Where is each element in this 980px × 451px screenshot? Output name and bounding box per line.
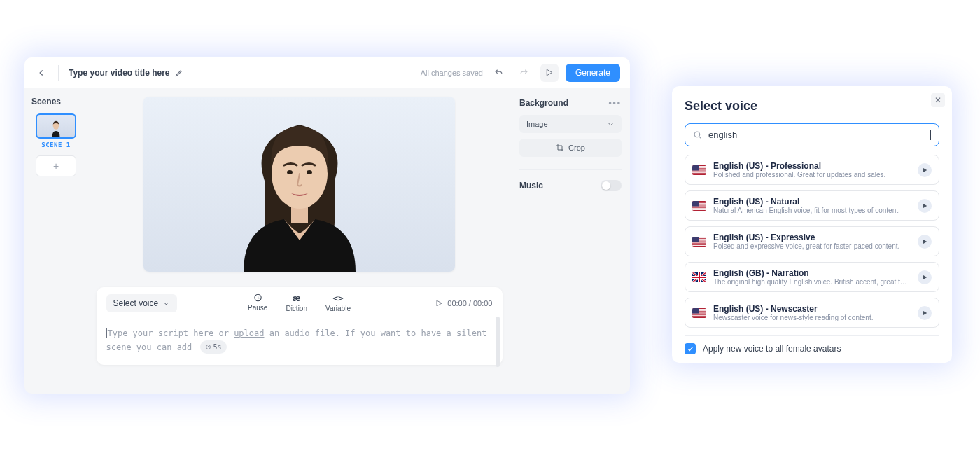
script-panel: Select voice Pause æ Diction: [97, 287, 503, 365]
flag-icon: [692, 165, 706, 175]
code-icon: <>: [332, 293, 344, 303]
diction-tool[interactable]: æ Diction: [286, 293, 307, 312]
pencil-icon[interactable]: [175, 68, 184, 77]
script-textarea[interactable]: Type your script here or upload an audio…: [106, 326, 493, 355]
voice-option[interactable]: English (GB) - NarrationThe original hig…: [685, 262, 939, 292]
video-title-input[interactable]: Type your video title here: [69, 68, 169, 78]
crop-icon: [556, 144, 564, 152]
voice-desc: The original high quality English voice.…: [713, 278, 911, 286]
preview-voice-button[interactable]: [918, 235, 932, 249]
voice-desc: Newscaster voice for news-style reading …: [713, 314, 911, 321]
script-top: Select voice Pause æ Diction: [106, 294, 493, 312]
flag-icon: [692, 272, 706, 282]
voice-option[interactable]: English (US) - NewscasterNewscaster voic…: [685, 298, 939, 328]
voice-name: English (US) - Professional: [713, 161, 911, 171]
topbar-right: All changes saved Generate: [421, 64, 620, 82]
apply-all-label: Apply new voice to all female avatars: [703, 344, 841, 354]
voice-name: English (US) - Natural: [713, 197, 911, 207]
scenes-title: Scenes: [31, 97, 80, 106]
script-playtime: 00:00 / 00:00: [435, 299, 492, 307]
duration-pill: 5s: [200, 340, 227, 354]
background-title: Background: [519, 98, 568, 108]
svg-marker-18: [923, 275, 927, 279]
background-header: Background •••: [519, 98, 622, 108]
voice-name: English (GB) - Narration: [713, 268, 911, 278]
avatar-figure: [202, 97, 398, 272]
clock-icon: [253, 293, 262, 303]
undo-button[interactable]: [490, 64, 508, 82]
voice-info: English (US) - ProfessionalPolished and …: [713, 161, 911, 179]
crop-label: Crop: [568, 144, 585, 152]
preview-voice-button[interactable]: [918, 306, 932, 320]
save-status: All changes saved: [421, 69, 483, 77]
svg-marker-15: [923, 167, 927, 172]
voice-option[interactable]: English (US) - ProfessionalPolished and …: [685, 155, 939, 185]
crop-button[interactable]: Crop: [519, 139, 622, 157]
voice-search-input[interactable]: [708, 130, 925, 140]
script-tools: Pause æ Diction <> Variable: [248, 293, 351, 312]
pause-tool[interactable]: Pause: [248, 293, 267, 312]
music-row: Music: [519, 169, 622, 191]
voice-name: English (US) - Expressive: [713, 233, 911, 242]
center-area: Select voice Pause æ Diction: [88, 88, 511, 394]
voice-info: English (US) - NewscasterNewscaster voic…: [713, 304, 911, 321]
title-wrap: Type your video title here: [69, 68, 184, 78]
canvas[interactable]: [144, 97, 455, 272]
divider: [58, 65, 59, 81]
scrollbar[interactable]: [496, 317, 500, 367]
music-label: Music: [519, 181, 543, 190]
select-voice-modal: ✕ Select voice English (US) - Profession…: [672, 86, 952, 363]
search-icon: [692, 130, 703, 140]
flag-icon: [692, 308, 706, 318]
time-readout: 00:00 / 00:00: [447, 299, 492, 307]
inspector-panel: Background ••• Image Crop Music: [511, 88, 630, 394]
redo-button[interactable]: [515, 64, 533, 82]
svg-point-14: [694, 132, 700, 137]
modal-title: Select voice: [685, 99, 939, 113]
svg-marker-17: [923, 239, 927, 243]
svg-marker-5: [547, 69, 553, 76]
close-button[interactable]: ✕: [931, 93, 945, 107]
generate-button[interactable]: Generate: [566, 64, 620, 82]
preview-voice-button[interactable]: [918, 163, 932, 177]
voice-info: English (US) - ExpressivePoised and expr…: [713, 233, 911, 250]
select-voice-button[interactable]: Select voice: [106, 294, 178, 312]
video-editor-window: Type your video title here Avatar Text S…: [24, 57, 630, 394]
voice-desc: Poised and expressive voice, great for f…: [713, 242, 911, 250]
background-type-select[interactable]: Image: [519, 115, 622, 133]
editor-body: Scenes SCENE 1 +: [24, 88, 630, 394]
svg-marker-19: [923, 310, 927, 314]
more-icon[interactable]: •••: [608, 98, 622, 108]
voice-search[interactable]: [685, 123, 939, 146]
svg-point-9: [287, 170, 293, 174]
voice-info: English (US) - NaturalNatural American E…: [713, 197, 911, 214]
topbar: Type your video title here Avatar Text S…: [24, 57, 630, 88]
scene-label-1: SCENE 1: [31, 141, 80, 148]
apply-all-checkbox[interactable]: [685, 343, 696, 354]
svg-point-10: [307, 170, 312, 174]
variable-tool[interactable]: <> Variable: [326, 293, 351, 312]
flag-icon: [692, 201, 706, 211]
voice-option[interactable]: English (US) - NaturalNatural American E…: [685, 190, 939, 221]
voice-option[interactable]: English (US) - ExpressivePoised and expr…: [685, 226, 939, 256]
preview-voice-button[interactable]: [918, 199, 932, 213]
music-toggle[interactable]: [601, 180, 622, 191]
preview-voice-button[interactable]: [918, 270, 932, 284]
svg-marker-12: [437, 300, 442, 306]
add-scene-button[interactable]: +: [36, 155, 76, 176]
play-icon[interactable]: [435, 299, 443, 307]
tool-label: Variable: [326, 305, 351, 312]
tool-label: Pause: [248, 304, 267, 312]
back-button[interactable]: [34, 66, 48, 80]
voice-desc: Natural American English voice, fit for …: [713, 207, 911, 214]
voice-list: English (US) - ProfessionalPolished and …: [685, 155, 939, 330]
modal-footer: Apply new voice to all female avatars: [685, 335, 939, 354]
svg-marker-16: [923, 203, 927, 207]
tool-label: Diction: [286, 305, 307, 312]
scene-thumbnail-1[interactable]: [36, 113, 76, 139]
preview-button[interactable]: [540, 64, 559, 82]
voice-info: English (GB) - NarrationThe original hig…: [713, 268, 911, 286]
flag-icon: [692, 237, 706, 247]
voice-name: English (US) - Newscaster: [713, 304, 911, 314]
bg-select-value: Image: [526, 120, 548, 128]
